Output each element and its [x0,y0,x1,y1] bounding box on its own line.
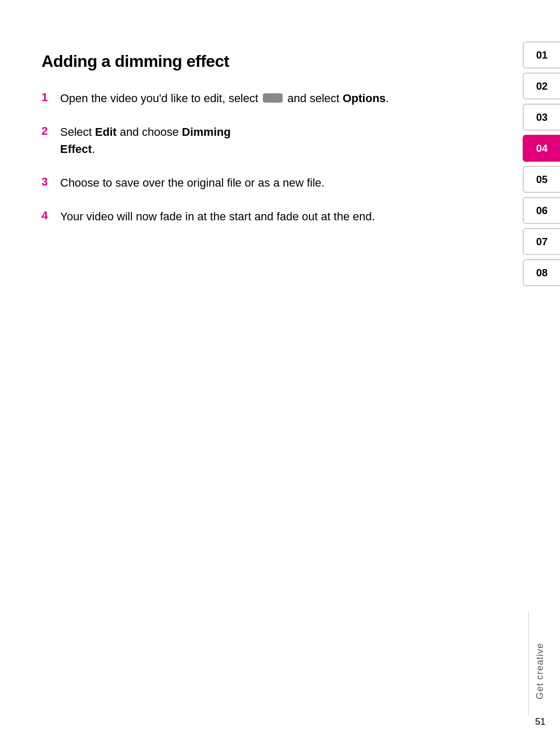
step-4-text: Your video will now fade in at the start… [60,208,375,225]
step-4: 4 Your video will now fade in at the sta… [41,208,404,225]
step-4-number: 4 [41,208,60,222]
page-number: 51 [535,716,545,727]
step-2-number: 2 [41,123,60,138]
step-1-number: 1 [41,90,60,104]
tab-05[interactable]: 05 [523,166,560,193]
tab-03[interactable]: 03 [523,104,560,131]
menu-icon [263,93,283,103]
main-content: Adding a dimming effect 1 Open the video… [41,52,404,242]
step-3: 3 Choose to save over the original file … [41,174,404,191]
tab-02[interactable]: 02 [523,73,560,100]
step-2: 2 Select Edit and choose DimmingEffect. [41,123,404,158]
tab-06[interactable]: 06 [523,197,560,224]
vertical-divider [528,611,529,715]
step-3-text: Choose to save over the original file or… [60,174,325,191]
step-1-text: Open the video you'd like to edit, selec… [60,90,389,107]
vertical-label: Get creative [535,643,545,699]
sidebar-tabs: 01 02 03 04 05 06 07 08 [523,41,560,286]
steps-list: 1 Open the video you'd like to edit, sel… [41,90,404,225]
step-2-text: Select Edit and choose DimmingEffect. [60,123,231,158]
section-title: Adding a dimming effect [41,52,404,71]
step-1: 1 Open the video you'd like to edit, sel… [41,90,404,107]
tab-01[interactable]: 01 [523,41,560,68]
tab-08[interactable]: 08 [523,259,560,286]
step-3-number: 3 [41,174,60,189]
tab-07[interactable]: 07 [523,228,560,255]
tab-04[interactable]: 04 [523,135,560,162]
